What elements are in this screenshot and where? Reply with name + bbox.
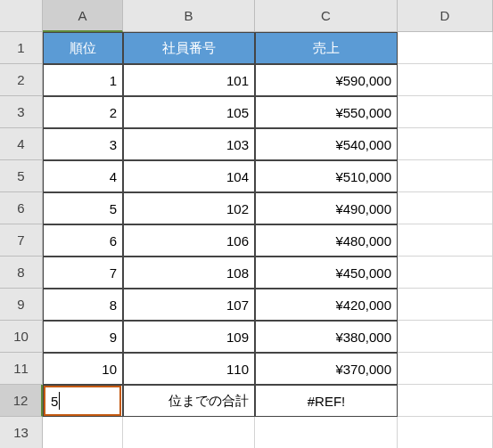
row-header-5[interactable]: 5 [0,160,43,192]
cell-sales[interactable]: ¥490,000 [255,192,398,224]
cell-a13[interactable] [43,417,123,448]
cell-rank[interactable]: 4 [43,160,123,192]
spreadsheet-grid[interactable]: A B C D 1 順位 社員番号 売上 2 1 101 ¥590,000 3 … [0,0,493,448]
text-cursor [59,392,60,410]
cell-emp[interactable]: 108 [123,257,255,289]
cell-rank[interactable]: 7 [43,257,123,289]
row-header-6[interactable]: 6 [0,192,43,224]
row-header-2[interactable]: 2 [0,64,43,96]
cell-sales[interactable]: ¥590,000 [255,64,398,96]
header-emp[interactable]: 社員番号 [123,32,255,64]
cell-d7[interactable] [398,224,493,257]
col-header-a[interactable]: A [43,0,123,32]
cell-sales[interactable]: ¥510,000 [255,160,398,192]
row-header-8[interactable]: 8 [0,257,43,289]
header-sales[interactable]: 売上 [255,32,398,64]
cell-emp[interactable]: 101 [123,64,255,96]
cell-b13[interactable] [123,417,255,448]
cell-d10[interactable] [398,321,493,353]
select-all-corner[interactable] [0,0,43,32]
cell-rank[interactable]: 9 [43,321,123,353]
cell-sales[interactable]: ¥420,000 [255,289,398,321]
cell-emp[interactable]: 109 [123,321,255,353]
cell-summary-label[interactable]: 位までの合計 [123,385,255,417]
row-header-10[interactable]: 10 [0,321,43,353]
col-header-c[interactable]: C [255,0,398,32]
cell-d9[interactable] [398,289,493,321]
cell-emp[interactable]: 103 [123,128,255,160]
row-header-7[interactable]: 7 [0,224,43,257]
cell-rank[interactable]: 1 [43,64,123,96]
cell-d13[interactable] [398,417,493,448]
cell-d8[interactable] [398,257,493,289]
cell-rank[interactable]: 5 [43,192,123,224]
cell-sales[interactable]: ¥540,000 [255,128,398,160]
cell-d1[interactable] [398,32,493,64]
cell-rank[interactable]: 2 [43,96,123,128]
cell-d4[interactable] [398,128,493,160]
row-header-3[interactable]: 3 [0,96,43,128]
cell-c13[interactable] [255,417,398,448]
cell-sales[interactable]: ¥450,000 [255,257,398,289]
cell-emp[interactable]: 105 [123,96,255,128]
cell-rank[interactable]: 10 [43,353,123,385]
cell-sales[interactable]: ¥380,000 [255,321,398,353]
col-header-b[interactable]: B [123,0,255,32]
cell-editor[interactable]: 5 [44,386,121,416]
row-header-13[interactable]: 13 [0,417,43,448]
cell-emp[interactable]: 104 [123,160,255,192]
cell-d5[interactable] [398,160,493,192]
cell-emp[interactable]: 110 [123,353,255,385]
cell-d6[interactable] [398,192,493,224]
row-header-4[interactable]: 4 [0,128,43,160]
cell-rank[interactable]: 8 [43,289,123,321]
row-header-1[interactable]: 1 [0,32,43,64]
cell-sales[interactable]: ¥550,000 [255,96,398,128]
cell-emp[interactable]: 102 [123,192,255,224]
header-rank[interactable]: 順位 [43,32,123,64]
cell-sales[interactable]: ¥370,000 [255,353,398,385]
cell-editor-value: 5 [51,394,58,409]
cell-emp[interactable]: 107 [123,289,255,321]
cell-rank[interactable]: 6 [43,224,123,257]
row-header-9[interactable]: 9 [0,289,43,321]
col-header-d[interactable]: D [398,0,493,32]
cell-d2[interactable] [398,64,493,96]
row-header-11[interactable]: 11 [0,353,43,385]
cell-d11[interactable] [398,353,493,385]
row-header-12[interactable]: 12 [0,385,43,417]
cell-sales[interactable]: ¥480,000 [255,224,398,257]
cell-rank[interactable]: 3 [43,128,123,160]
cell-d3[interactable] [398,96,493,128]
cell-emp[interactable]: 106 [123,224,255,257]
cell-d12[interactable] [398,385,493,417]
cell-ref-error[interactable]: #REF! [255,385,398,417]
